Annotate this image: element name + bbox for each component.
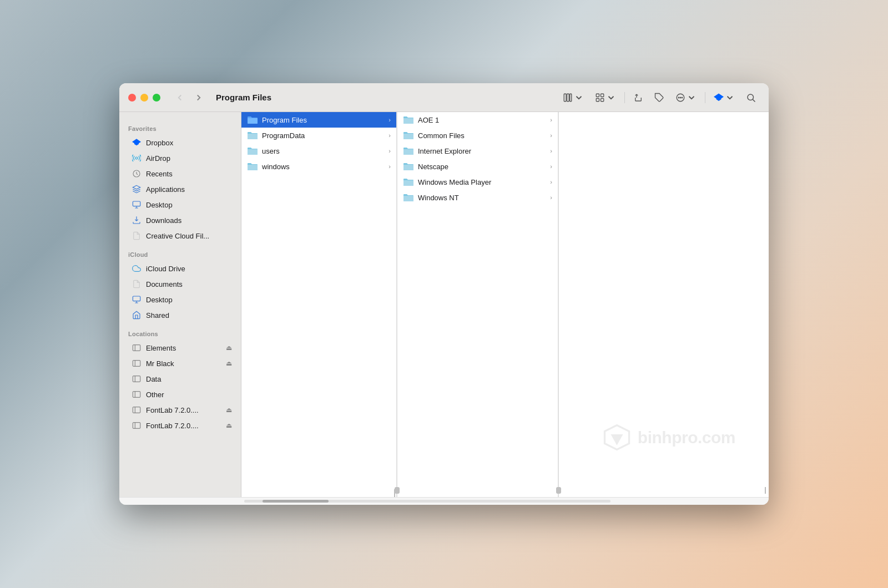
sidebar-item-label-other: Other (146, 391, 232, 399)
svg-rect-16 (133, 201, 140, 206)
eject-elements[interactable]: ⏏ (226, 344, 232, 352)
columns-icon (563, 93, 573, 103)
desktop-icloud-sidebar-icon (132, 295, 142, 305)
file-item-common-files[interactable]: Common Files › (397, 128, 558, 143)
minimize-button[interactable] (140, 94, 148, 102)
eject-fontlab1[interactable]: ⏏ (226, 406, 232, 414)
chevron-netscape: › (550, 163, 552, 170)
sidebar-item-elements[interactable]: Elements ⏏ (123, 340, 238, 356)
chevron-down-icon3 (687, 93, 697, 103)
file-item-program-files[interactable]: Program Files › (241, 112, 396, 128)
maximize-button[interactable] (153, 94, 160, 102)
svg-rect-3 (596, 94, 599, 97)
chevron-programdata: › (389, 132, 391, 139)
chevron-right-icon (194, 93, 204, 103)
sidebar-item-fontlab1[interactable]: FontLab 7.2.0.... ⏏ (123, 402, 238, 418)
file-item-netscape[interactable]: Netscape › (397, 159, 558, 174)
sidebar-item-label-downloads: Downloads (146, 216, 232, 225)
share-icon (633, 93, 643, 103)
column-2: AOE 1 › Common Files › (397, 112, 558, 497)
sidebar-item-recents[interactable]: Recents (123, 166, 238, 181)
sidebar-item-shared[interactable]: Shared (123, 307, 238, 323)
file-item-windows-nt[interactable]: Windows NT › (397, 190, 558, 205)
search-button[interactable] (742, 90, 760, 105)
view-columns-button[interactable] (559, 90, 588, 105)
fontlab2-sidebar-icon (132, 420, 142, 430)
svg-point-12 (748, 94, 754, 100)
svg-rect-23 (133, 423, 140, 429)
sidebar-item-fontlab2[interactable]: FontLab 7.2.0.... ⏏ (123, 418, 238, 433)
file-item-internet-explorer[interactable]: Internet Explorer › (397, 143, 558, 159)
file-name-users: users (262, 147, 385, 155)
view-grid-button[interactable] (591, 90, 620, 105)
finder-window: Program Files (119, 83, 769, 505)
svg-rect-20 (133, 376, 140, 382)
scrollbar-track[interactable] (244, 500, 610, 503)
col1-drag-handle[interactable] (395, 487, 400, 494)
sidebar-item-mrblack[interactable]: Mr Black ⏏ (123, 356, 238, 371)
elements-sidebar-icon (132, 343, 142, 353)
chevron-windows: › (389, 163, 391, 170)
scrollbar-thumb[interactable] (263, 500, 329, 503)
sidebar-item-creative[interactable]: Creative Cloud Fil... (123, 228, 238, 244)
folder-icon-programdata (247, 131, 258, 140)
downloads-sidebar-icon (132, 215, 142, 225)
sidebar-item-other[interactable]: Other (123, 387, 238, 402)
sidebar: Favorites Dropbox (119, 112, 241, 497)
chevron-program-files: › (389, 116, 391, 123)
chevron-users: › (389, 148, 391, 154)
folder-icon-aoe1 (403, 115, 414, 124)
sidebar-item-label-data: Data (146, 375, 232, 383)
sidebar-item-data[interactable]: Data (123, 371, 238, 387)
more-icon (675, 93, 685, 103)
file-item-users[interactable]: users › (241, 143, 396, 159)
eject-mrblack[interactable]: ⏏ (226, 359, 232, 367)
file-name-internet-explorer: Internet Explorer (418, 147, 546, 155)
sidebar-item-documents[interactable]: Documents (123, 276, 238, 292)
grid-icon (595, 93, 605, 103)
file-item-windows[interactable]: windows › (241, 159, 396, 174)
tag-button[interactable] (650, 90, 668, 105)
sidebar-item-icloud-drive[interactable]: iCloud Drive (123, 261, 238, 276)
applications-sidebar-icon (132, 184, 142, 194)
file-item-programdata[interactable]: ProgramData › (241, 128, 396, 143)
forward-button[interactable] (190, 90, 207, 105)
sidebar-item-label-icloud-drive: iCloud Drive (146, 265, 232, 273)
traffic-lights (128, 94, 160, 102)
folder-icon-windows-nt (403, 193, 414, 202)
file-name-windows: windows (262, 163, 385, 171)
folder-icon-windows (247, 162, 258, 171)
mrblack-sidebar-icon (132, 358, 142, 368)
file-item-aoe1[interactable]: AOE 1 › (397, 112, 558, 128)
sidebar-item-desktop[interactable]: Desktop (123, 197, 238, 212)
more-button[interactable] (672, 90, 700, 105)
sidebar-item-desktop-icloud[interactable]: Desktop (123, 292, 238, 307)
file-item-windows-media-player[interactable]: Windows Media Player › (397, 174, 558, 190)
chevron-down-icon2 (606, 93, 616, 103)
eject-fontlab2[interactable]: ⏏ (226, 422, 232, 429)
folder-icon-internet-explorer (403, 146, 414, 155)
sidebar-item-airdrop[interactable]: AirDrop (123, 150, 238, 166)
svg-point-11 (682, 97, 683, 98)
file-name-windows-media-player: Windows Media Player (418, 178, 546, 186)
svg-marker-24 (604, 425, 629, 450)
share-button[interactable] (629, 90, 647, 105)
icloud-section-label: iCloud (119, 244, 241, 261)
svg-rect-0 (564, 94, 566, 102)
data-sidebar-icon (132, 374, 142, 384)
chevron-internet-explorer: › (550, 148, 552, 154)
back-button[interactable] (171, 90, 188, 105)
sidebar-item-dropbox[interactable]: Dropbox (123, 135, 238, 150)
desktop-sidebar-icon (132, 200, 142, 210)
sidebar-item-label-desktop-icloud: Desktop (146, 296, 232, 304)
svg-rect-21 (133, 392, 140, 398)
dropbox-button[interactable] (710, 90, 739, 105)
sidebar-item-downloads[interactable]: Downloads (123, 212, 238, 228)
chevron-common-files: › (550, 132, 552, 139)
col3-drag-handle[interactable] (765, 487, 766, 494)
sidebar-item-applications[interactable]: Applications (123, 181, 238, 197)
sidebar-item-label-recents: Recents (146, 170, 232, 178)
close-button[interactable] (128, 94, 136, 102)
watermark-text: binhpro.com (638, 428, 735, 447)
sidebar-item-label-fontlab1: FontLab 7.2.0.... (146, 406, 221, 414)
